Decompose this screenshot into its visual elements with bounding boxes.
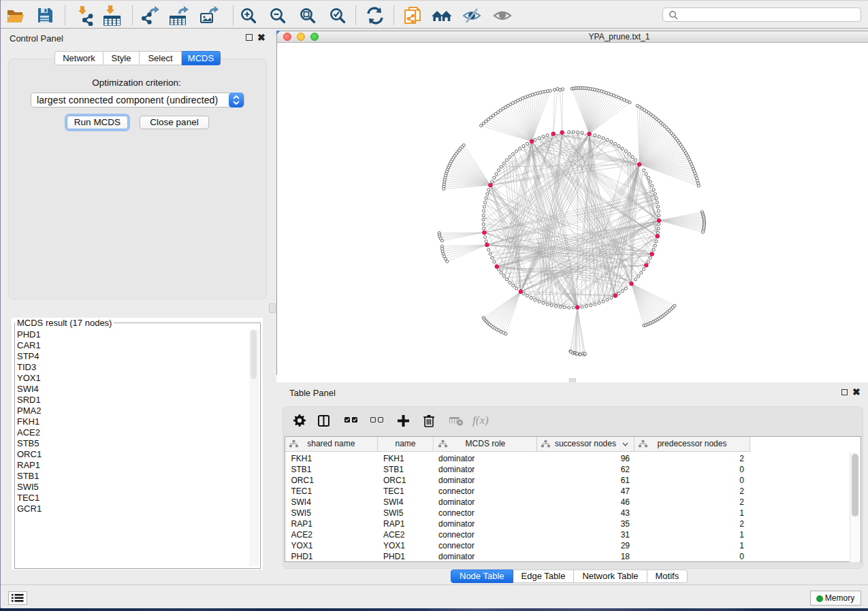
svg-text:f(x): f(x) [472,414,489,427]
